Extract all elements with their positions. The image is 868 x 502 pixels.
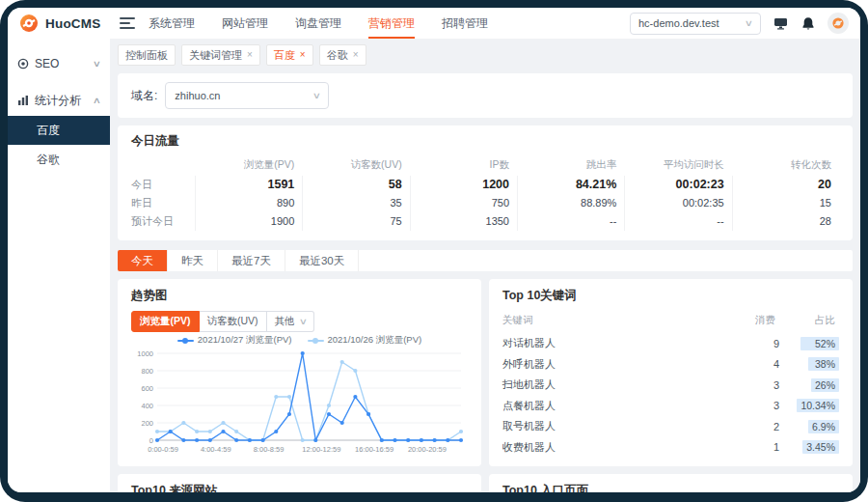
legend-item-today[interactable]: 2021/10/27 浏览量(PV) xyxy=(177,334,292,347)
sidebar: SEO ∨ 统计分析 ∧ 百度 谷歌 xyxy=(8,39,110,492)
legend-dot-yesterday xyxy=(308,338,324,344)
nav-recruit[interactable]: 招聘管理 xyxy=(442,8,488,39)
traffic-cell: 750 xyxy=(410,194,517,212)
traffic-col-conversion: 转化次数 xyxy=(732,153,839,176)
close-icon[interactable]: × xyxy=(353,50,359,60)
huocms-logo-icon xyxy=(19,14,39,33)
tag-label: 百度 xyxy=(274,48,295,63)
traffic-row-label: 昨日 xyxy=(131,194,195,212)
metric-button-uv[interactable]: 访客数(UV) xyxy=(200,311,267,332)
nav-system[interactable]: 系统管理 xyxy=(149,8,195,39)
keyword-name: 取号机器人 xyxy=(502,419,743,433)
col-keyword: 关键词 xyxy=(502,314,739,327)
target-icon xyxy=(17,58,29,70)
breadcrumb-tag-dashboard[interactable]: 控制面板 xyxy=(118,44,176,66)
traffic-col-bounce: 跳出率 xyxy=(517,153,624,176)
breadcrumb: 控制面板 关键词管理 × 百度 × 谷歌 × xyxy=(118,44,853,66)
traffic-cell: 1591 xyxy=(195,176,302,194)
site-select[interactable]: hc-demo.dev.test ∨ xyxy=(630,13,761,35)
close-icon[interactable]: × xyxy=(300,50,306,60)
metric-button-pv[interactable]: 浏览量(PV) xyxy=(131,311,200,332)
entries-title: Top10 入口页面 xyxy=(502,483,839,492)
legend-dot-today xyxy=(177,338,194,344)
traffic-cell: 75 xyxy=(302,212,409,231)
chevron-down-icon: ∨ xyxy=(298,318,307,326)
chevron-down-icon: ∨ xyxy=(745,19,753,28)
keyword-count: 3 xyxy=(743,379,779,391)
keyword-pct: 6.9% xyxy=(808,420,839,433)
traffic-col-uv: 访客数(UV) xyxy=(302,153,409,176)
keyword-pct: 26% xyxy=(811,378,839,392)
traffic-cell: -- xyxy=(624,212,731,231)
traffic-row-label: 今日 xyxy=(131,176,195,194)
app-window: HuoCMS 系统管理 网站管理 询盘管理 营销管理 招聘管理 hc-demo.… xyxy=(8,8,860,492)
svg-text:16:00-16:59: 16:00-16:59 xyxy=(355,445,393,454)
col-share: 占比 xyxy=(775,314,839,327)
tab-last7days[interactable]: 最近7天 xyxy=(218,250,285,271)
traffic-cell: -- xyxy=(517,212,624,231)
legend-item-yesterday[interactable]: 2021/10/26 浏览量(PV) xyxy=(308,334,422,347)
metric-button-other[interactable]: 其他 ∨ xyxy=(267,311,315,332)
keyword-row: 外呼机器人 4 38% xyxy=(502,354,839,376)
traffic-cell: 35 xyxy=(302,194,409,212)
traffic-cell: 00:02:23 xyxy=(624,176,731,194)
traffic-cell: 84.21% xyxy=(517,176,624,194)
traffic-cell: 1900 xyxy=(195,212,302,231)
keywords-title: Top 10关键词 xyxy=(502,288,839,304)
tab-today[interactable]: 今天 xyxy=(118,250,168,271)
svg-text:200: 200 xyxy=(141,419,153,428)
traffic-row-label: 预计今日 xyxy=(131,212,195,231)
top-entry-pages-card: Top10 入口页面 入口页面 浏览量(PV) 占比 https://www.z… xyxy=(489,474,853,492)
trend-line-chart: 020040060080010000:00-0:594:00-4:598:00-… xyxy=(131,349,468,455)
brand-logo[interactable]: HuoCMS xyxy=(19,14,112,33)
close-icon[interactable]: × xyxy=(247,50,253,60)
chevron-down-icon: ∨ xyxy=(312,92,320,100)
main-content: 控制面板 关键词管理 × 百度 × 谷歌 × xyxy=(110,39,860,492)
monitor-icon[interactable] xyxy=(772,14,789,32)
user-avatar[interactable] xyxy=(827,13,849,34)
legend-label: 2021/10/27 浏览量(PV) xyxy=(198,334,292,347)
svg-text:400: 400 xyxy=(141,402,153,410)
sidebar-item-label: 统计分析 xyxy=(35,93,88,109)
svg-text:8:00-8:59: 8:00-8:59 xyxy=(254,445,285,454)
traffic-title: 今日流量 xyxy=(131,133,839,150)
top-header: HuoCMS 系统管理 网站管理 询盘管理 营销管理 招聘管理 hc-demo.… xyxy=(8,8,860,39)
traffic-cell: 1350 xyxy=(410,212,517,231)
keyword-row: 收费机器人 1 3.45% xyxy=(502,437,839,459)
bell-icon[interactable] xyxy=(800,14,817,32)
chevron-up-icon: ∧ xyxy=(93,97,101,105)
sidebar-item-baidu[interactable]: 百度 xyxy=(8,116,110,145)
top-nav: 系统管理 网站管理 询盘管理 营销管理 招聘管理 xyxy=(149,8,488,39)
sidebar-item-seo[interactable]: SEO ∨ xyxy=(8,48,110,79)
traffic-col-pv: 浏览量(PV) xyxy=(195,153,302,176)
keyword-row: 对话机器人 9 52% xyxy=(502,333,839,354)
domain-select[interactable]: zhihuo.cn ∨ xyxy=(165,82,329,109)
traffic-col-duration: 平均访问时长 xyxy=(624,153,731,176)
sidebar-item-google[interactable]: 谷歌 xyxy=(8,145,110,174)
keyword-count: 9 xyxy=(743,338,779,349)
nav-website[interactable]: 网站管理 xyxy=(222,8,268,39)
header-right: hc-demo.dev.test ∨ xyxy=(630,13,849,35)
svg-text:4:00-4:59: 4:00-4:59 xyxy=(201,445,231,454)
metric-button-group: 浏览量(PV) 访客数(UV) 其他 ∨ xyxy=(131,311,468,332)
keyword-name: 扫地机器人 xyxy=(502,377,743,392)
tab-last30days[interactable]: 最近30天 xyxy=(285,250,359,271)
nav-marketing[interactable]: 营销管理 xyxy=(368,8,415,39)
svg-text:0: 0 xyxy=(149,436,153,445)
metric-button-label: 其他 xyxy=(275,315,295,328)
tab-yesterday[interactable]: 昨天 xyxy=(168,250,218,271)
svg-text:1000: 1000 xyxy=(137,349,153,358)
keyword-row: 扫地机器人 3 26% xyxy=(502,375,839,396)
nav-inquiry[interactable]: 询盘管理 xyxy=(295,8,341,39)
breadcrumb-tag-google[interactable]: 谷歌 × xyxy=(319,44,366,66)
breadcrumb-tag-baidu[interactable]: 百度 × xyxy=(266,44,313,66)
sidebar-item-statistics[interactable]: 统计分析 ∧ xyxy=(8,85,110,116)
svg-text:20:00-20:59: 20:00-20:59 xyxy=(408,445,447,454)
keyword-pct: 3.45% xyxy=(802,440,839,454)
keyword-count: 1 xyxy=(743,441,779,453)
col-count: 消费 xyxy=(739,314,775,327)
breadcrumb-tag-keywords[interactable]: 关键词管理 × xyxy=(181,44,260,66)
menu-collapse-icon[interactable] xyxy=(120,17,135,29)
today-traffic-card: 今日流量 浏览量(PV) 访客数(UV) IP数 跳出率 平均访问时长 转化次数… xyxy=(118,126,853,240)
top-keywords-card: Top 10关键词 关键词 消费 占比 对话机器人 9 52% xyxy=(489,279,853,466)
